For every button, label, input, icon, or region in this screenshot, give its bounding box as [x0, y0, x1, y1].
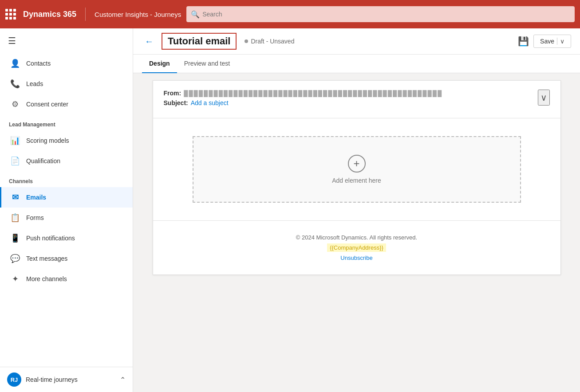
sidebar: ☰ 👤 Contacts 📞 Leads ⚙ Consent center Le… [0, 28, 133, 392]
module-name: Customer Insights - Journeys [95, 11, 181, 18]
save-icon[interactable]: 💾 [518, 36, 529, 47]
subject-label: Subject: [164, 99, 188, 106]
status-dot-icon [245, 39, 248, 43]
topbar: Dynamics 365 Customer Insights - Journey… [0, 0, 580, 28]
email-body-area: + Add element here [153, 118, 560, 220]
push-notifications-icon: 📱 [10, 233, 20, 243]
email-editor: From: ██████████████████████████████████… [133, 73, 580, 392]
from-value: ████████████████████████████████████████… [184, 90, 442, 97]
email-header-fields: From: ██████████████████████████████████… [164, 90, 538, 109]
sidebar-item-scoring-models[interactable]: 📊 Scoring models [0, 130, 133, 151]
sidebar-item-leads[interactable]: 📞 Leads [0, 74, 133, 94]
text-messages-icon: 💬 [10, 254, 20, 263]
back-button[interactable]: ← [142, 35, 156, 47]
consent-center-icon: ⚙ [10, 99, 20, 109]
leads-icon: 📞 [10, 79, 20, 89]
save-dropdown-chevron-icon[interactable]: ∨ [557, 38, 564, 45]
more-channels-icon: ✦ [10, 274, 20, 284]
sidebar-footer[interactable]: RJ Real-time journeys ⌃ [0, 367, 133, 392]
sidebar-item-contacts-label: Contacts [26, 60, 51, 67]
sidebar-item-contacts[interactable]: 👤 Contacts [0, 53, 133, 74]
sidebar-item-emails[interactable]: ✉ Emails [0, 187, 133, 208]
sidebar-item-consent-center[interactable]: ⚙ Consent center [0, 94, 133, 114]
channels-section-label: Channels [0, 171, 133, 187]
sidebar-item-qualification[interactable]: 📄 Qualification [0, 151, 133, 171]
from-label: From: [164, 90, 181, 97]
save-button[interactable]: Save ∨ [533, 35, 571, 48]
header-actions: 💾 Save ∨ [518, 35, 571, 48]
sidebar-item-push-notifications[interactable]: 📱 Push notifications [0, 228, 133, 248]
tab-design-label: Design [149, 60, 170, 67]
sidebar-item-forms[interactable]: 📋 Forms [0, 208, 133, 228]
sidebar-item-qualification-label: Qualification [26, 157, 60, 165]
app-launcher-icon[interactable] [5, 9, 16, 20]
add-element-box[interactable]: + Add element here [193, 136, 521, 203]
app-name: Dynamics 365 [23, 10, 76, 19]
lead-management-section-label: Lead Management [0, 114, 133, 130]
sidebar-item-emails-label: Emails [26, 194, 46, 201]
sidebar-item-more-channels[interactable]: ✦ More channels [0, 269, 133, 289]
emails-icon: ✉ [10, 192, 20, 202]
status-text: Draft - Unsaved [251, 38, 294, 45]
footer-unsubscribe-link[interactable]: Unsubscribe [340, 255, 372, 261]
save-label: Save [540, 38, 554, 45]
email-header-section: From: ██████████████████████████████████… [153, 81, 560, 118]
tab-preview-and-test[interactable]: Preview and test [177, 55, 237, 73]
email-footer-section: © 2024 Microsoft Dynamics. All rights re… [153, 220, 560, 274]
page-status: Draft - Unsaved [245, 38, 294, 45]
tabs-bar: Design Preview and test [133, 55, 580, 73]
qualification-icon: 📄 [10, 156, 20, 166]
tab-preview-and-test-label: Preview and test [184, 60, 230, 67]
sidebar-item-consent-center-label: Consent center [26, 101, 68, 108]
search-input[interactable] [186, 6, 575, 22]
search-container: 🔍 [186, 6, 575, 22]
email-header-expand-button[interactable]: ∨ [538, 90, 550, 106]
sidebar-footer-chevron-icon: ⌃ [120, 376, 126, 384]
add-element-label: Add element here [332, 177, 381, 184]
hamburger-menu[interactable]: ☰ [0, 28, 133, 53]
sidebar-item-scoring-models-label: Scoring models [26, 137, 69, 144]
sidebar-item-text-messages[interactable]: 💬 Text messages [0, 248, 133, 269]
email-card: From: ██████████████████████████████████… [153, 80, 561, 275]
subject-field-row: Subject: Add a subject [164, 99, 538, 106]
contacts-icon: 👤 [10, 59, 20, 68]
page-title: Tutorial email [162, 33, 237, 50]
from-field-row: From: ██████████████████████████████████… [164, 90, 538, 97]
scoring-models-icon: 📊 [10, 136, 20, 145]
topbar-divider [85, 8, 86, 21]
footer-company-address: {{CompanyAddress}} [327, 243, 386, 252]
footer-copyright: © 2024 Microsoft Dynamics. All rights re… [296, 234, 417, 241]
add-subject-link[interactable]: Add a subject [191, 99, 229, 106]
tab-design[interactable]: Design [142, 55, 177, 73]
main-body: ☰ 👤 Contacts 📞 Leads ⚙ Consent center Le… [0, 28, 580, 392]
content-area: ← Tutorial email Draft - Unsaved 💾 Save … [133, 28, 580, 392]
user-avatar: RJ [7, 372, 21, 387]
sidebar-item-leads-label: Leads [26, 80, 43, 87]
sidebar-item-push-notifications-label: Push notifications [26, 235, 75, 242]
sidebar-item-text-messages-label: Text messages [26, 255, 67, 262]
add-element-plus-icon: + [348, 155, 366, 172]
sidebar-item-forms-label: Forms [26, 214, 44, 221]
sidebar-footer-label: Real-time journeys [26, 376, 115, 383]
page-header: ← Tutorial email Draft - Unsaved 💾 Save … [133, 28, 580, 55]
forms-icon: 📋 [10, 213, 20, 223]
sidebar-item-more-channels-label: More channels [26, 275, 67, 282]
